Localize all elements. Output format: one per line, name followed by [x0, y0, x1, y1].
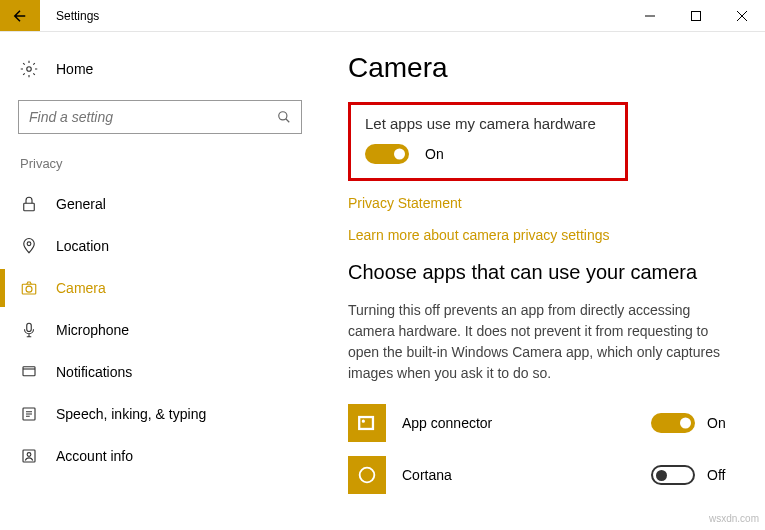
sidebar-item-speech[interactable]: Speech, inking, & typing — [0, 393, 320, 435]
search-icon — [277, 110, 291, 124]
section-label: Privacy — [0, 156, 320, 183]
app-row-connector: App connector On — [348, 404, 737, 442]
location-icon — [20, 237, 38, 255]
nav-label: Notifications — [56, 364, 132, 380]
sidebar-item-general[interactable]: General — [0, 183, 320, 225]
maximize-button[interactable] — [673, 0, 719, 31]
notifications-icon — [20, 363, 38, 381]
nav-label: Speech, inking, & typing — [56, 406, 206, 422]
nav-label: General — [56, 196, 106, 212]
app-toggle-state: Off — [707, 467, 737, 483]
svg-point-2 — [279, 112, 287, 120]
svg-rect-12 — [360, 418, 373, 429]
cortana-icon — [348, 456, 386, 494]
svg-point-15 — [360, 468, 375, 483]
minimize-button[interactable] — [627, 0, 673, 31]
app-toggle-state: On — [707, 415, 737, 431]
back-button[interactable] — [0, 0, 40, 31]
svg-rect-14 — [359, 417, 374, 430]
sidebar-item-microphone[interactable]: Microphone — [0, 309, 320, 351]
app-connector-toggle[interactable] — [651, 413, 695, 433]
svg-point-4 — [27, 242, 31, 246]
watermark: wsxdn.com — [709, 513, 759, 524]
window-title: Settings — [40, 0, 627, 31]
let-apps-state: On — [425, 146, 444, 162]
let-apps-toggle[interactable] — [365, 144, 409, 164]
privacy-statement-link[interactable]: Privacy Statement — [348, 195, 737, 211]
svg-point-13 — [362, 420, 364, 422]
speech-icon — [20, 405, 38, 423]
let-apps-label: Let apps use my camera hardware — [365, 115, 611, 132]
sidebar-item-notifications[interactable]: Notifications — [0, 351, 320, 393]
svg-rect-0 — [692, 11, 701, 20]
svg-rect-8 — [23, 367, 35, 376]
sidebar-item-location[interactable]: Location — [0, 225, 320, 267]
svg-point-1 — [27, 67, 32, 72]
microphone-icon — [20, 321, 38, 339]
nav-label: Microphone — [56, 322, 129, 338]
home-nav-item[interactable]: Home — [0, 52, 320, 86]
gear-icon — [20, 60, 38, 78]
svg-rect-3 — [24, 203, 35, 211]
svg-point-6 — [26, 286, 32, 292]
sidebar-item-camera[interactable]: Camera — [0, 267, 320, 309]
choose-apps-body: Turning this off prevents an app from di… — [348, 300, 737, 384]
svg-rect-7 — [27, 323, 32, 331]
svg-point-11 — [27, 453, 31, 457]
cortana-toggle[interactable] — [651, 465, 695, 485]
home-label: Home — [56, 61, 93, 77]
search-box[interactable] — [18, 100, 302, 134]
app-row-cortana: Cortana Off — [348, 456, 737, 494]
camera-icon — [20, 279, 38, 297]
highlight-box: Let apps use my camera hardware On — [348, 102, 628, 181]
sidebar-item-account[interactable]: Account info — [0, 435, 320, 477]
page-title: Camera — [348, 52, 737, 84]
nav-label: Location — [56, 238, 109, 254]
app-connector-icon — [348, 404, 386, 442]
app-name: App connector — [402, 415, 651, 431]
close-button[interactable] — [719, 0, 765, 31]
nav-label: Account info — [56, 448, 133, 464]
search-input[interactable] — [29, 109, 277, 125]
learn-more-link[interactable]: Learn more about camera privacy settings — [348, 227, 737, 243]
account-icon — [20, 447, 38, 465]
lock-icon — [20, 195, 38, 213]
app-name: Cortana — [402, 467, 651, 483]
nav-label: Camera — [56, 280, 106, 296]
choose-apps-heading: Choose apps that can use your camera — [348, 261, 737, 284]
